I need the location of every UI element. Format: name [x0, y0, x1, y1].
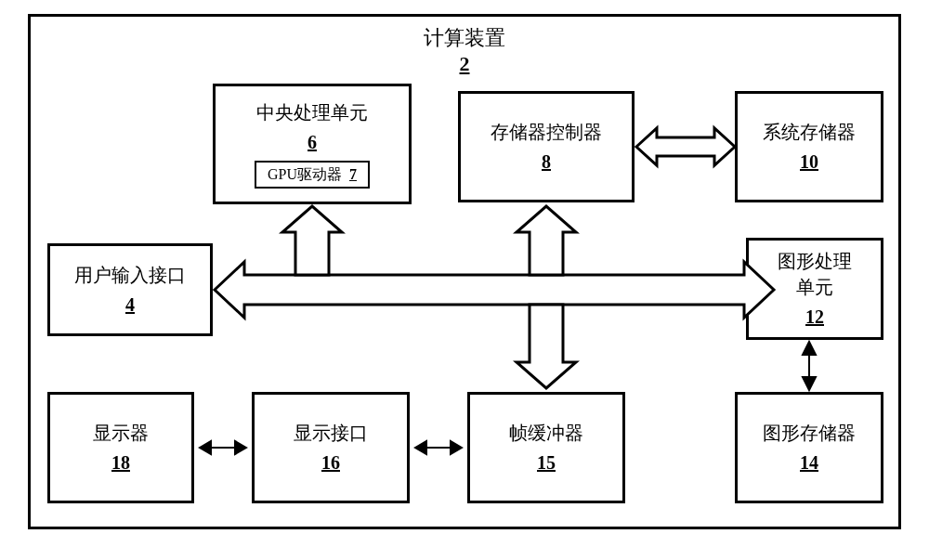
svg-marker-6 — [200, 441, 211, 454]
mem-ctrl-box: 存储器控制器 8 — [458, 91, 635, 202]
frame-buf-num: 15 — [537, 449, 556, 475]
cpu-label: 中央处理单元 — [256, 99, 368, 125]
gpu-driver-num: 7 — [349, 164, 357, 185]
frame-buf-label: 帧缓冲器 — [509, 420, 583, 446]
display-box: 显示器 18 — [47, 392, 194, 503]
gfx-mem-num: 14 — [800, 449, 818, 475]
gfx-mem-label: 图形存储器 — [763, 420, 856, 446]
sys-mem-num: 10 — [800, 149, 818, 175]
disp-if-num: 16 — [321, 449, 340, 475]
user-input-num: 4 — [125, 292, 135, 318]
svg-marker-7 — [235, 441, 246, 454]
sys-mem-box: 系统存储器 10 — [735, 91, 883, 202]
mem-ctrl-num: 8 — [542, 149, 551, 175]
bus-num: 20 — [478, 279, 496, 299]
display-label: 显示器 — [93, 420, 149, 446]
arrow-display-dispif — [200, 441, 246, 454]
gpu-label1: 图形处理 — [778, 248, 852, 274]
bus-text: 总线 — [430, 279, 467, 299]
gpu-driver-label: GPU驱动器 — [268, 164, 342, 185]
disp-if-box: 显示接口 16 — [252, 392, 410, 503]
svg-marker-12 — [803, 342, 816, 355]
title-num: 2 — [460, 52, 470, 75]
bus-arrow-to-framebuf — [517, 305, 576, 388]
svg-marker-1 — [282, 206, 342, 275]
arrow-dispif-framebuf — [415, 441, 462, 454]
arrow22-num: 22 — [674, 133, 692, 153]
disp-if-label: 显示接口 — [294, 420, 368, 446]
arrow22-label: 22 — [674, 133, 692, 154]
bus-arrow-to-cpu — [282, 206, 342, 275]
arrow-gpu-gfxmem — [803, 342, 816, 390]
mem-ctrl-label: 存储器控制器 — [491, 119, 602, 145]
cpu-num: 6 — [307, 129, 317, 155]
svg-marker-3 — [517, 305, 576, 388]
user-input-label: 用户输入接口 — [74, 262, 186, 288]
user-input-box: 用户输入接口 4 — [47, 243, 213, 336]
display-num: 18 — [111, 449, 130, 475]
svg-marker-10 — [451, 441, 462, 454]
svg-marker-9 — [415, 441, 426, 454]
gpu-label2: 单元 — [796, 274, 833, 300]
gpu-num: 12 — [805, 304, 824, 330]
sys-mem-label: 系统存储器 — [763, 119, 856, 145]
gpu-box: 图形处理 单元 12 — [746, 238, 883, 340]
svg-marker-2 — [517, 206, 576, 275]
gfx-mem-box: 图形存储器 14 — [735, 392, 883, 503]
svg-marker-13 — [803, 377, 816, 390]
gpu-driver-box: GPU驱动器 7 — [255, 161, 370, 189]
cpu-box: 中央处理单元 6 GPU驱动器 7 — [213, 84, 412, 204]
bus-arrow-to-memctrl — [517, 206, 576, 275]
title-label: 计算装置 — [424, 26, 505, 49]
diagram-title: 计算装置 2 — [424, 24, 505, 76]
frame-buf-box: 帧缓冲器 15 — [467, 392, 625, 503]
bus-label: 总线 20 — [430, 277, 496, 302]
computing-device-frame: 计算装置 2 中央处理单元 6 GPU驱动器 7 存储器控制器 8 系统存储器 … — [28, 14, 901, 529]
